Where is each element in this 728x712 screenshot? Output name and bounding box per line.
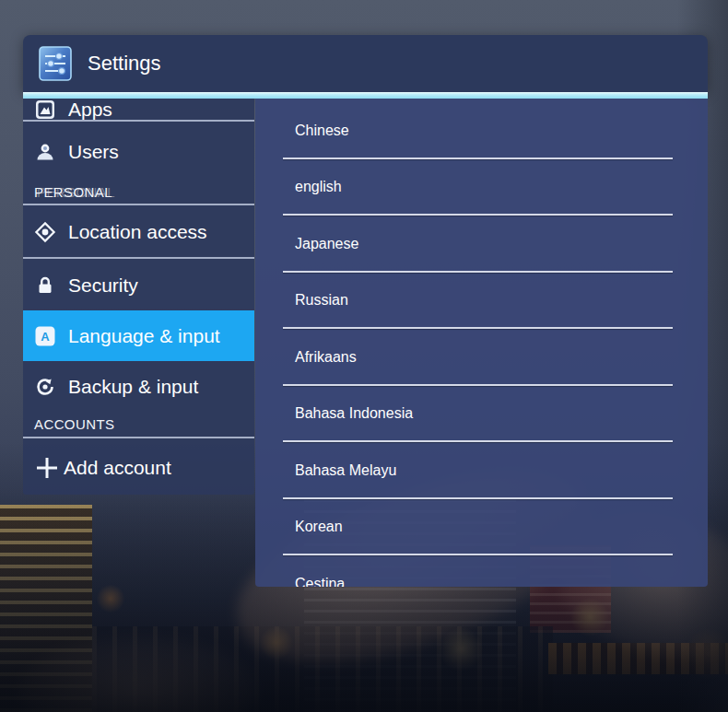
sidebar-item-apps[interactable]: Apps [23,99,254,122]
sidebar-section-accounts: ACCOUNTS [23,412,254,438]
language-option-cestina[interactable]: Cestina [255,555,708,587]
language-icon: A [34,325,56,347]
language-label: Russian [295,292,348,309]
page-title: Settings [88,52,161,76]
lock-icon [34,274,56,297]
sidebar: Apps Users PERSONAL Location access [23,99,254,495]
sidebar-item-location-access[interactable]: Location access [23,207,254,259]
language-option-korean[interactable]: Korean [255,499,708,556]
sidebar-item-label: Users [68,141,119,163]
section-label: PERSONAL [34,184,112,200]
language-option-russian[interactable]: Russian [255,273,708,330]
language-option-bahasa-melayu[interactable]: Bahasa Melayu [255,442,708,499]
title-bar: Settings [23,35,708,92]
language-label: english [295,179,342,195]
sidebar-item-label: Security [68,274,138,297]
svg-text:A: A [41,329,50,343]
sidebar-item-label: Language & input [68,325,220,347]
language-label: Chinese [295,123,349,139]
language-label: Afrikaans [295,349,357,366]
sidebar-item-label: Apps [68,99,112,121]
language-list: Chinese english Japanese Russian Afrikaa… [255,102,708,587]
sidebar-item-label: Add account [64,457,171,479]
accent-divider [23,92,708,99]
users-icon [34,141,56,163]
sidebar-item-language-input[interactable]: A Language & input [23,310,254,361]
language-label: Korean [295,519,343,535]
language-label: Japanese [295,236,358,252]
location-icon [34,221,56,243]
language-list-panel: Chinese english Japanese Russian Afrikaa… [255,99,708,587]
backup-icon [34,376,56,398]
sidebar-item-backup[interactable]: Backup & input [23,361,254,412]
language-label: Cestina [295,576,345,587]
language-option-afrikaans[interactable]: Afrikaans [255,329,708,386]
language-option-chinese[interactable]: Chinese [255,102,708,159]
sidebar-item-label: Location access [68,221,207,243]
add-account-button[interactable]: Add account [23,440,254,495]
sidebar-item-security[interactable]: Security [23,261,254,310]
sidebar-item-users[interactable]: Users [23,123,254,180]
sidebar-section-personal: PERSONAL [23,180,254,205]
language-option-japanese[interactable]: Japanese [255,216,708,273]
plus-icon [34,455,60,481]
language-label: Bahasa Indonesia [295,405,413,422]
language-option-bahasa-indonesia[interactable]: Bahasa Indonesia [255,386,708,443]
language-label: Bahasa Melayu [295,462,396,479]
section-label: ACCOUNTS [34,416,114,432]
language-option-english[interactable]: english [255,159,708,216]
sidebar-item-label: Backup & input [68,376,198,398]
settings-icon [34,42,76,85]
apps-icon [34,99,56,121]
